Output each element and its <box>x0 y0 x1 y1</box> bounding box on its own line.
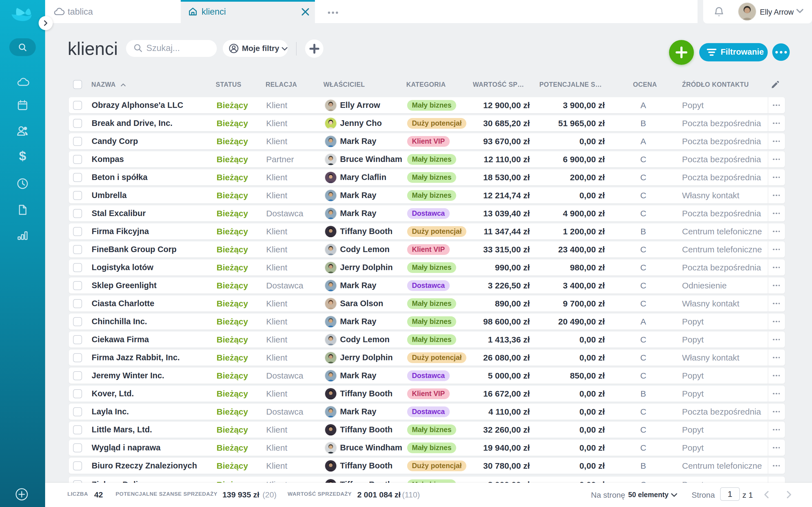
svg-text:$: $ <box>19 150 26 163</box>
